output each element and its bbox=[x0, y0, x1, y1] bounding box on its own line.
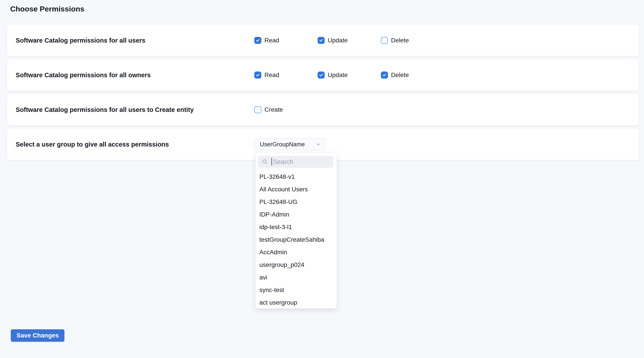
check-icon bbox=[256, 38, 260, 43]
checkbox-label: Update bbox=[328, 72, 348, 79]
page-title: Choose Permissions bbox=[0, 0, 644, 13]
permissions-page: Choose Permissions Software Catalog perm… bbox=[0, 0, 644, 358]
dropdown-option[interactable]: act usergroup bbox=[256, 296, 336, 309]
permission-cards: Software Catalog permissions for all use… bbox=[7, 25, 639, 160]
dropdown-option[interactable]: All Account Users bbox=[256, 183, 336, 196]
checkbox-group-update[interactable]: Update bbox=[318, 72, 381, 79]
dropdown-options-list: PL-32648-v1 All Account Users PL-32648-U… bbox=[256, 170, 336, 309]
check-icon bbox=[256, 73, 260, 77]
check-icon bbox=[319, 73, 323, 77]
checkbox-label: Update bbox=[328, 37, 348, 44]
checkbox-delete[interactable] bbox=[381, 37, 388, 44]
checkbox-group-delete[interactable]: Delete bbox=[381, 37, 444, 44]
dropdown-option[interactable]: IDP-Admin bbox=[256, 208, 336, 221]
checkbox-label: Create bbox=[264, 106, 283, 113]
permission-card-all-owners: Software Catalog permissions for all own… bbox=[7, 59, 639, 91]
user-group-dropdown-panel: PL-32648-v1 All Account Users PL-32648-U… bbox=[256, 153, 337, 308]
checkbox-group-create[interactable]: Create bbox=[254, 106, 318, 113]
checkbox-update[interactable] bbox=[318, 37, 325, 44]
check-icon bbox=[319, 38, 323, 43]
checkbox-row: Read Update Delete bbox=[254, 25, 444, 56]
dropdown-option[interactable]: usergroup_p024 bbox=[256, 258, 336, 271]
card-label: Select a user group to give all access p… bbox=[16, 141, 169, 148]
checkbox-label: Delete bbox=[391, 37, 409, 44]
dropdown-option[interactable]: sync-test bbox=[256, 284, 336, 296]
dropdown-search-box[interactable] bbox=[258, 156, 333, 168]
save-changes-button[interactable]: Save Changes bbox=[11, 329, 64, 342]
checkbox-create[interactable] bbox=[254, 106, 261, 113]
chevron-down-icon bbox=[316, 142, 321, 147]
checkbox-row: Create bbox=[254, 94, 318, 125]
card-label: Software Catalog permissions for all use… bbox=[16, 106, 194, 113]
checkbox-group-read[interactable]: Read bbox=[254, 37, 318, 44]
checkbox-group-update[interactable]: Update bbox=[318, 37, 381, 44]
checkbox-group-read[interactable]: Read bbox=[254, 72, 318, 79]
search-input[interactable] bbox=[272, 158, 330, 166]
checkbox-label: Read bbox=[264, 37, 279, 44]
card-label: Software Catalog permissions for all own… bbox=[16, 72, 151, 79]
check-icon bbox=[382, 73, 386, 77]
checkbox-read[interactable] bbox=[254, 72, 261, 79]
dropdown-option[interactable]: AccAdmin bbox=[256, 246, 336, 258]
permission-card-all-users: Software Catalog permissions for all use… bbox=[7, 25, 639, 56]
checkbox-read[interactable] bbox=[254, 37, 261, 44]
checkbox-group-delete[interactable]: Delete bbox=[381, 72, 444, 79]
dropdown-option[interactable]: PL-32648-v1 bbox=[256, 170, 336, 183]
user-group-select-button[interactable]: UserGroupName bbox=[254, 139, 325, 150]
dropdown-option[interactable]: idp-test-3-l1 bbox=[256, 221, 336, 233]
checkbox-update[interactable] bbox=[318, 72, 325, 79]
selected-value: UserGroupName bbox=[260, 141, 305, 148]
text-cursor bbox=[272, 158, 272, 166]
checkbox-delete[interactable] bbox=[381, 72, 388, 79]
dropdown-option[interactable]: PL-32648-UG bbox=[256, 196, 336, 208]
checkbox-label: Delete bbox=[391, 72, 409, 79]
permission-card-create-entity: Software Catalog permissions for all use… bbox=[7, 94, 639, 125]
card-label: Software Catalog permissions for all use… bbox=[16, 37, 145, 44]
dropdown-option[interactable]: testGroupCreateSahiba bbox=[256, 233, 336, 246]
checkbox-row: Read Update Delete bbox=[254, 59, 444, 91]
checkbox-label: Read bbox=[264, 72, 279, 79]
search-icon bbox=[262, 159, 268, 165]
dropdown-option[interactable]: avi bbox=[256, 271, 336, 284]
